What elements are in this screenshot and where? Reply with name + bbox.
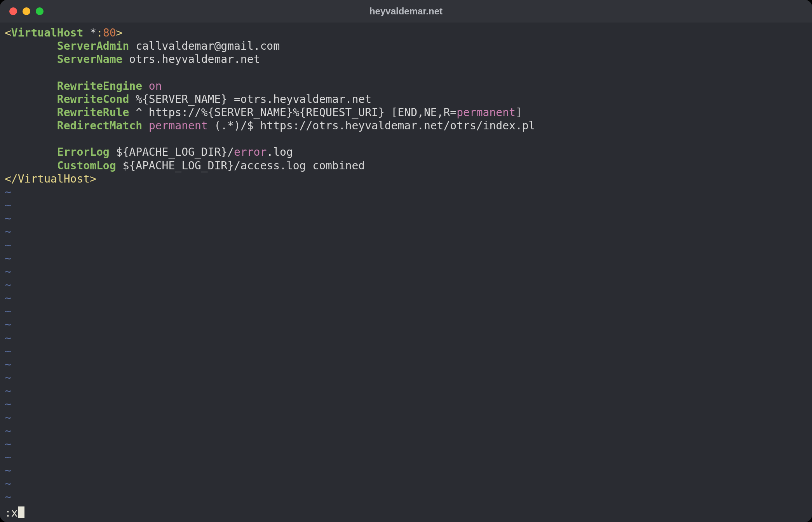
vim-tilde-line: ~	[5, 252, 807, 265]
vim-tilde-line: ~	[5, 358, 807, 371]
vhost-open-name: VirtualHost	[11, 26, 90, 39]
vhost-open-gt: >	[116, 26, 123, 39]
indent	[5, 106, 57, 119]
cmd-colon: :	[5, 506, 11, 519]
vim-tilde-line: ~	[5, 491, 807, 504]
vim-tilde-line: ~	[5, 385, 807, 398]
zoom-icon[interactable]	[36, 7, 44, 15]
rewrite-cond-val: %{SERVER_NAME} =otrs.heyvaldemar.net	[129, 93, 371, 106]
server-name-val: otrs.heyvaldemar.net	[122, 53, 260, 66]
redirect-match-key: RedirectMatch	[57, 119, 142, 132]
vhost-close-tag: </VirtualHost>	[5, 172, 96, 185]
custom-log-key: CustomLog	[57, 159, 116, 172]
server-name-key: ServerName	[57, 53, 123, 66]
vim-tilde-line: ~	[5, 425, 807, 438]
vhost-open-lt: <	[5, 26, 11, 39]
rewrite-rule-key: RewriteRule	[57, 106, 129, 119]
rewrite-engine-val: on	[142, 80, 162, 92]
window-title: heyvaldemar.net	[0, 6, 812, 17]
vim-tilde-line: ~	[5, 278, 807, 292]
indent	[5, 40, 57, 52]
vim-tilde-line: ~	[5, 292, 807, 305]
cursor-icon	[18, 506, 24, 518]
rewrite-rule-end: ]	[516, 106, 522, 119]
rewrite-engine-key: RewriteEngine	[57, 80, 142, 92]
vim-tilde-line: ~	[5, 438, 807, 451]
vim-tilde-line: ~	[5, 199, 807, 212]
minimize-icon[interactable]	[23, 7, 30, 15]
indent	[5, 53, 57, 66]
terminal-window: heyvaldemar.net <VirtualHost *:80> Serve…	[0, 0, 812, 522]
vim-tilde-line: ~	[5, 186, 807, 199]
error-log-key: ErrorLog	[57, 146, 110, 158]
vim-command-line[interactable]: :x	[5, 506, 807, 522]
vhost-open-colon: :	[96, 26, 103, 39]
vim-tilde-line: ~	[5, 212, 807, 225]
server-admin-val: callvaldemar@gmail.com	[129, 40, 280, 52]
indent	[5, 159, 57, 172]
vim-tilde-line: ~	[5, 318, 807, 331]
editor-content: <VirtualHost *:80> ServerAdmin callvalde…	[5, 26, 807, 186]
vim-tilde-line: ~	[5, 451, 807, 464]
rewrite-rule-mid: ^ https://%{SERVER_NAME}%{REQUEST_URI} […	[129, 106, 457, 119]
rewrite-rule-perm: permanent	[457, 106, 516, 119]
vim-empty-lines: ~~~~~~~~~~~~~~~~~~~~~~~~	[5, 186, 807, 506]
vim-tilde-line: ~	[5, 371, 807, 385]
vim-tilde-line: ~	[5, 305, 807, 318]
vim-tilde-line: ~	[5, 398, 807, 411]
titlebar: heyvaldemar.net	[0, 0, 812, 23]
indent	[5, 93, 57, 106]
close-icon[interactable]	[9, 7, 17, 15]
vim-tilde-line: ~	[5, 239, 807, 252]
vim-tilde-line: ~	[5, 345, 807, 358]
vim-tilde-line: ~	[5, 225, 807, 238]
window-controls	[0, 7, 44, 15]
rewrite-cond-key: RewriteCond	[57, 93, 129, 106]
server-admin-key: ServerAdmin	[57, 40, 129, 52]
indent	[5, 80, 57, 92]
vim-tilde-line: ~	[5, 332, 807, 345]
vhost-open-port: 80	[103, 26, 116, 39]
error-log-pre: ${APACHE_LOG_DIR}/	[110, 146, 234, 158]
vim-tilde-line: ~	[5, 265, 807, 278]
vhost-open-host: *	[90, 26, 96, 39]
terminal-viewport[interactable]: <VirtualHost *:80> ServerAdmin callvalde…	[0, 23, 812, 522]
redirect-match-rest: (.*)/$ https://otrs.heyvaldemar.net/otrs…	[208, 119, 535, 132]
custom-log-val: ${APACHE_LOG_DIR}/access.log combined	[116, 159, 365, 172]
vim-tilde-line: ~	[5, 477, 807, 491]
indent	[5, 146, 57, 158]
vim-tilde-line: ~	[5, 411, 807, 425]
redirect-match-perm: permanent	[149, 119, 208, 132]
cmd-input: x	[11, 506, 18, 519]
vim-tilde-line: ~	[5, 464, 807, 477]
redirect-match-sp	[142, 119, 149, 132]
error-log-mid: error	[234, 146, 267, 158]
indent	[5, 119, 57, 132]
error-log-post: .log	[267, 146, 293, 158]
